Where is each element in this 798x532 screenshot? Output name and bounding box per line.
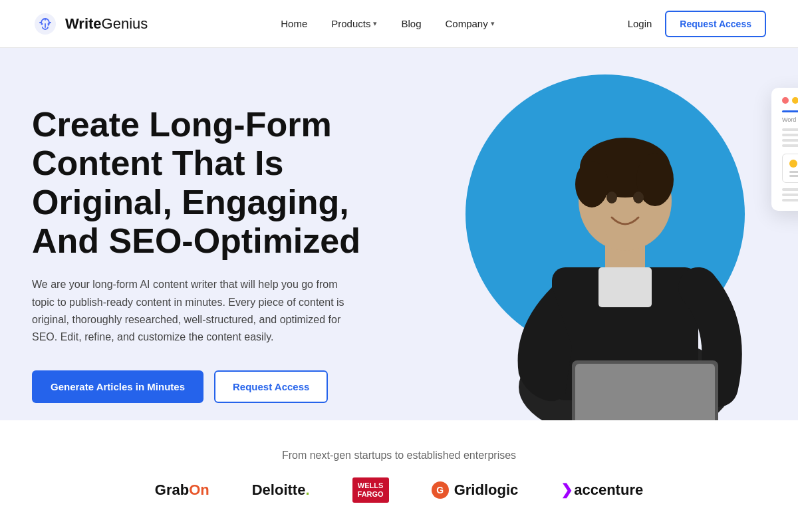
card-meta-text: Word Count : 6528 Read Time : 3 Min — [782, 116, 798, 123]
wellsfargo-badge: WELLSFARGO — [352, 477, 389, 503]
bottom-line-2 — [782, 194, 798, 196]
card-progress-bar — [782, 110, 798, 112]
tip-line-2 — [789, 175, 798, 177]
card-dots — [782, 97, 798, 104]
deloitte-text: Deloitte. — [252, 481, 310, 499]
gridlogic-text: Gridlogic — [454, 481, 519, 499]
gridlogic-logo: G Gridlogic — [432, 481, 519, 499]
wellsfargo-logo: WELLSFARGO — [352, 477, 389, 503]
grabon-logo: GrabOn — [155, 481, 209, 499]
accenture-logo: ❯accenture — [561, 481, 643, 499]
text-line-1 — [782, 128, 798, 131]
nav-blog[interactable]: Blog — [401, 18, 421, 29]
tip-lines — [789, 171, 798, 177]
svg-rect-11 — [575, 364, 715, 420]
logo-text: WriteGenius — [65, 15, 148, 33]
text-line-2 — [782, 134, 798, 136]
deloitte-logo: Deloitte. — [252, 481, 310, 499]
navbar: WriteGenius Home Products ▾ Blog Company… — [0, 0, 798, 48]
dot-red — [782, 97, 789, 104]
svg-point-1 — [41, 23, 43, 25]
company-chevron-icon: ▾ — [491, 19, 495, 28]
login-button[interactable]: Login — [628, 18, 652, 29]
hero-content: Create Long-Form Content That Is Origina… — [32, 105, 404, 403]
tip-label: Tip — [789, 160, 798, 168]
logos-section: From next-gen startups to established en… — [0, 420, 798, 532]
bottom-line-1 — [782, 188, 798, 191]
tip-line-1 — [789, 171, 798, 173]
hero-subtext: We are your long-form AI content writer … — [32, 276, 351, 346]
svg-rect-13 — [598, 267, 652, 307]
hero-section: Create Long-Form Content That Is Origina… — [0, 48, 798, 420]
svg-point-14 — [606, 192, 617, 203]
text-line-3 — [782, 139, 798, 142]
accenture-arrow-icon: ❯ — [561, 481, 573, 499]
text-line-4 — [782, 144, 798, 147]
card-bottom-lines — [782, 188, 798, 201]
brain-icon — [32, 11, 59, 37]
bottom-line-3 — [782, 199, 798, 201]
main-nav: Home Products ▾ Blog Company ▾ — [281, 18, 494, 29]
svg-point-8 — [575, 161, 608, 207]
nav-request-access-button[interactable]: Request Access — [665, 11, 766, 37]
hero-buttons: Generate Articles in Minutes Request Acc… — [32, 370, 404, 403]
logos-tagline: From next-gen startups to established en… — [282, 450, 516, 462]
hero-request-access-button[interactable]: Request Access — [214, 370, 328, 403]
nav-products[interactable]: Products ▾ — [331, 18, 377, 29]
tip-box: Tip — [782, 154, 798, 183]
card-text-lines — [782, 128, 798, 147]
hero-person-image — [452, 68, 798, 420]
navbar-actions: Login Request Access — [628, 11, 766, 37]
gridlogic-icon: G — [432, 481, 449, 499]
hero-heading: Create Long-Form Content That Is Origina… — [32, 105, 404, 260]
generate-articles-button[interactable]: Generate Articles in Minutes — [32, 370, 203, 403]
svg-point-15 — [633, 192, 644, 203]
grabon-text: GrabOn — [155, 481, 209, 499]
products-chevron-icon: ▾ — [373, 19, 377, 28]
nav-home[interactable]: Home — [281, 18, 307, 29]
nav-company[interactable]: Company ▾ — [446, 18, 495, 29]
tip-icon — [789, 160, 797, 168]
svg-point-2 — [48, 23, 50, 25]
logo[interactable]: WriteGenius — [32, 11, 148, 37]
hero-visual: Word Count : 6528 Read Time : 3 Min Tip — [386, 48, 798, 420]
logos-row: GrabOn Deloitte. WELLSFARGO G Gridlogic … — [155, 477, 643, 503]
ui-card-floating: Word Count : 6528 Read Time : 3 Min Tip — [771, 88, 798, 211]
dot-yellow — [792, 97, 798, 104]
